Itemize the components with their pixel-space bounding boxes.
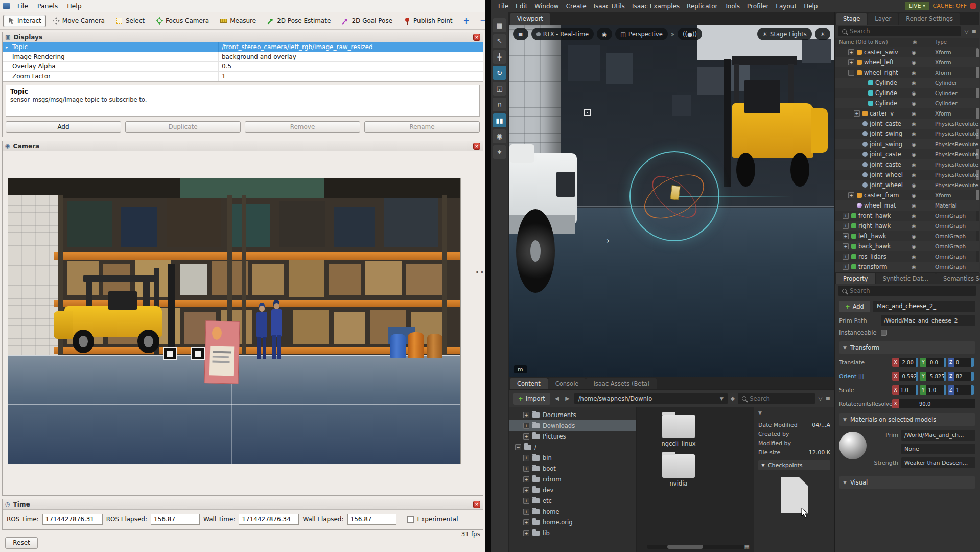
viewport-options-button[interactable]: ≡ (513, 28, 528, 40)
eye-icon[interactable]: ◉ (912, 152, 916, 157)
eye-icon[interactable]: ◉ (912, 172, 916, 178)
value-lock-icon[interactable] (944, 372, 946, 381)
filter-icon[interactable]: ▽ (964, 28, 968, 35)
eye-icon[interactable]: ◉ (912, 213, 916, 219)
tab-isaac-assets[interactable]: Isaac Assets (Beta) (586, 378, 657, 389)
list-options-icon[interactable]: ≡ (826, 395, 830, 402)
menu-item[interactable]: Layout (772, 2, 800, 11)
eye-icon[interactable]: ◉ (912, 121, 916, 127)
add-property-button[interactable]: + Add (839, 301, 870, 312)
materials-section-header[interactable]: ▼ Materials on selected models (839, 413, 975, 426)
type-column-header[interactable]: Type (935, 39, 947, 45)
property-search-input[interactable] (850, 287, 972, 294)
snap-tool-button[interactable]: ∩ (493, 98, 506, 111)
scale-z-input[interactable]: 1 (954, 385, 971, 395)
content-item[interactable]: ngccli_linux (648, 415, 709, 447)
stage-tree-row[interactable]: + wheel_left ◉ Xform (835, 57, 979, 67)
expander-icon[interactable]: + (843, 223, 849, 229)
eye-icon[interactable]: ◉ (912, 90, 916, 96)
value-lock-icon[interactable] (944, 385, 946, 395)
publish-point-tool-button[interactable]: Publish Point (399, 15, 457, 27)
value-lock-icon[interactable] (916, 358, 918, 367)
reset-button[interactable]: Reset (5, 537, 38, 549)
instanceable-checkbox[interactable] (881, 330, 887, 336)
expander-icon[interactable]: + (523, 466, 529, 472)
content-tree-row[interactable]: + home (509, 506, 636, 517)
list-options-icon[interactable]: ≡ (972, 28, 976, 35)
stage-tree-row[interactable]: joint_caste ◉ PhysicsRevolute... (835, 149, 979, 159)
gizmo-tool-button[interactable]: ∗ (493, 145, 506, 159)
expander-icon[interactable]: + (848, 59, 854, 65)
expander-icon[interactable]: + (843, 254, 849, 260)
scale-tool-button[interactable]: ◱ (493, 82, 506, 96)
stage-search-field[interactable] (838, 26, 961, 36)
time-panel-titlebar[interactable]: ◷ Time × (3, 499, 483, 510)
orient-z-input[interactable]: 82 (954, 372, 971, 381)
menu-item[interactable]: Replicator (683, 2, 721, 11)
chevron-down-icon[interactable]: ▼ (720, 396, 724, 401)
chevron-more-icon[interactable]: » (671, 31, 674, 38)
expander-icon[interactable]: − (515, 444, 521, 450)
close-icon[interactable]: × (473, 34, 480, 41)
tab-render-settings[interactable]: Render Settings (899, 13, 960, 25)
add-tool-button[interactable]: + (459, 15, 474, 27)
menu-item[interactable]: Isaac Examples (628, 2, 683, 11)
value-lock-icon[interactable] (916, 372, 918, 381)
eye-icon[interactable]: ◉ (912, 80, 916, 86)
menu-item[interactable]: File (13, 1, 33, 11)
eye-icon[interactable]: ◉ (912, 182, 916, 188)
menu-item[interactable]: Help (800, 2, 821, 11)
expander-icon[interactable]: + (848, 49, 854, 55)
content-tree-row[interactable]: − / (509, 442, 636, 452)
content-tree-row[interactable]: + Downloads (509, 420, 636, 431)
goal-pose-tool-button[interactable]: 2D Goal Pose (337, 15, 397, 27)
stage-tree-row[interactable]: + back_hawk ◉ OmniGraph (835, 241, 979, 251)
display-property-row[interactable]: Overlay Alpha 0.5 (3, 62, 483, 72)
content-search-input[interactable] (750, 395, 811, 402)
stage-tree-row[interactable]: Cylinde ◉ Cylinder (835, 98, 979, 108)
rotate-x-input[interactable]: 90.0 (899, 399, 975, 408)
visual-section-header[interactable]: ▼ Visual (839, 476, 975, 489)
eye-icon[interactable]: ◉ (912, 193, 916, 198)
material-none-field[interactable]: None (901, 444, 975, 454)
expander-icon[interactable]: + (523, 455, 529, 461)
checkpoints-header[interactable]: ▼ Checkpoints (758, 460, 830, 470)
tab-semantics[interactable]: Semantics Sc... (936, 273, 980, 284)
menu-item[interactable]: Panels (33, 1, 62, 11)
expander-icon[interactable]: + (523, 433, 529, 440)
prim-path-field[interactable]: /World/Mac_and_cheese_2_ (881, 315, 975, 326)
expander-icon[interactable]: + (523, 509, 529, 515)
tab-layer[interactable]: Layer (868, 13, 898, 25)
menu-item[interactable]: Window (531, 2, 562, 11)
stage-tree-row[interactable]: Cylinde ◉ Cylinder (835, 88, 979, 98)
content-item[interactable]: nvidia (648, 454, 709, 487)
expander-icon[interactable]: + (843, 213, 849, 219)
expander-icon[interactable]: + (843, 233, 849, 239)
close-icon[interactable]: × (473, 143, 480, 150)
ros-elapsed-input[interactable] (151, 514, 200, 525)
displays-action-button[interactable]: Add (6, 121, 121, 133)
stage-tree-row[interactable]: + caster_swiv ◉ Xform (835, 47, 979, 57)
eye-icon[interactable]: ◉ (912, 254, 916, 260)
stage-tree-row[interactable]: + caster_fram ◉ Xform (835, 190, 979, 200)
info-collapse-button[interactable]: ▼ (758, 410, 830, 419)
stage-tree-row[interactable]: − wheel_right ◉ Xform (835, 67, 979, 78)
light-toggle-button[interactable]: ☀ (815, 28, 830, 40)
stage-lights-selector[interactable]: ☀ Stage Lights (757, 28, 812, 40)
value-lock-icon[interactable] (971, 358, 974, 367)
menu-item[interactable]: Isaac Utils (590, 2, 628, 11)
expander-icon[interactable]: − (848, 70, 854, 76)
value-lock-icon[interactable] (971, 372, 974, 381)
selected-prim-box[interactable] (670, 185, 680, 200)
stage-tree-row[interactable]: + left_hawk ◉ OmniGraph (835, 231, 979, 241)
orient-x-input[interactable]: -0.592 (899, 372, 916, 381)
expander-icon[interactable]: + (523, 476, 529, 482)
panel-splitter-handle[interactable]: ◂ ▸ (476, 269, 484, 274)
interact-tool-button[interactable]: Interact (3, 15, 46, 27)
camera-panel-titlebar[interactable]: ◉ Camera × (3, 141, 483, 151)
translate-x-input[interactable]: -2.80 (899, 358, 916, 367)
stage-tree-row[interactable]: + transform_ ◉ OmniGraph (835, 262, 979, 272)
expander-icon[interactable]: + (848, 192, 854, 198)
stage-tree-row[interactable]: joint_swing ◉ PhysicsRevolute... (835, 129, 979, 139)
stage-tree-row[interactable]: joint_wheel ◉ PhysicsRevolute... (835, 170, 979, 180)
